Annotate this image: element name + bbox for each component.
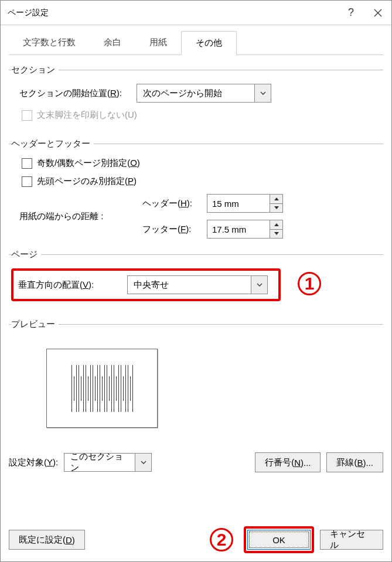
endnote-checkbox xyxy=(22,110,32,121)
apply-to-label: 設定対象(Y): xyxy=(9,457,58,468)
header-up-icon[interactable] xyxy=(270,195,282,203)
footer-up-icon[interactable] xyxy=(270,220,282,229)
header-footer-legend: ヘッダーとフッター xyxy=(11,138,94,149)
footer-value: 17.5 mm xyxy=(207,220,270,238)
header-spinner[interactable]: 15 mm xyxy=(207,194,283,213)
distance-label: 用紙の端からの距離 : xyxy=(19,211,142,222)
odd-even-label: 奇数/偶数ページ別指定(O) xyxy=(37,158,140,169)
apply-to-value: このセクション xyxy=(64,451,135,474)
chevron-down-icon xyxy=(135,454,151,471)
border-button[interactable]: 罫線(B)... xyxy=(326,452,383,472)
section-start-value: 次のページから開始 xyxy=(137,88,254,99)
section-legend: セクション xyxy=(11,64,59,76)
page-legend: ページ xyxy=(11,249,41,260)
odd-even-checkbox[interactable] xyxy=(22,158,32,169)
header-down-icon[interactable] xyxy=(270,203,282,213)
chevron-down-icon xyxy=(251,276,267,294)
annotation-marker-1: 1 xyxy=(298,272,321,295)
tab-other[interactable]: その他 xyxy=(181,31,237,55)
tab-margins[interactable]: 余白 xyxy=(90,31,135,55)
preview-content xyxy=(71,365,133,412)
svg-marker-3 xyxy=(274,206,279,209)
section-start-label: セクションの開始位置(R): xyxy=(19,88,137,99)
valign-select[interactable]: 中央寄せ xyxy=(127,275,268,294)
svg-marker-5 xyxy=(274,232,279,235)
header-dist-label: ヘッダー(H): xyxy=(142,198,207,209)
footer-down-icon[interactable] xyxy=(270,229,282,239)
tab-paper[interactable]: 用紙 xyxy=(135,31,181,55)
first-page-label: 先頭ページのみ別指定(P) xyxy=(37,176,137,187)
cancel-button[interactable]: キャンセル xyxy=(320,530,383,550)
section-group: セクション セクションの開始位置(R): 次のページから開始 文末脚注を印刷しな… xyxy=(9,64,383,128)
chevron-down-icon xyxy=(254,84,271,102)
svg-marker-2 xyxy=(274,197,279,200)
section-start-select[interactable]: 次のページから開始 xyxy=(137,84,271,103)
valign-label: 垂直方向の配置(V): xyxy=(18,280,127,291)
footer-spinner[interactable]: 17.5 mm xyxy=(207,220,283,239)
line-number-button[interactable]: 行番号(N)... xyxy=(255,452,321,472)
close-button[interactable] xyxy=(364,1,391,25)
endnote-label: 文末脚注を印刷しない(U) xyxy=(37,110,137,121)
apply-to-select[interactable]: このセクション xyxy=(64,453,152,472)
annotation-marker-2: 2 xyxy=(210,528,233,551)
valign-value: 中央寄せ xyxy=(128,280,251,291)
help-button[interactable]: ? xyxy=(338,1,364,25)
set-default-button[interactable]: 既定に設定(D) xyxy=(9,530,85,550)
first-page-checkbox[interactable] xyxy=(22,176,32,187)
dialog-title: ページ設定 xyxy=(8,8,338,18)
ok-button[interactable]: OK xyxy=(247,530,311,550)
header-footer-group: ヘッダーとフッター 奇数/偶数ページ別指定(O) 先頭ページのみ別指定(P) 用… xyxy=(9,138,383,239)
header-value: 15 mm xyxy=(207,195,270,212)
preview-group: プレビュー xyxy=(9,319,383,428)
page-group: ページ 垂直方向の配置(V): 中央寄せ 1 xyxy=(9,249,383,301)
preview-legend: プレビュー xyxy=(11,319,59,330)
footer-dist-label: フッター(F): xyxy=(142,224,207,235)
svg-marker-4 xyxy=(274,223,279,226)
tab-chars-lines[interactable]: 文字数と行数 xyxy=(9,31,90,55)
preview-page xyxy=(46,349,158,428)
